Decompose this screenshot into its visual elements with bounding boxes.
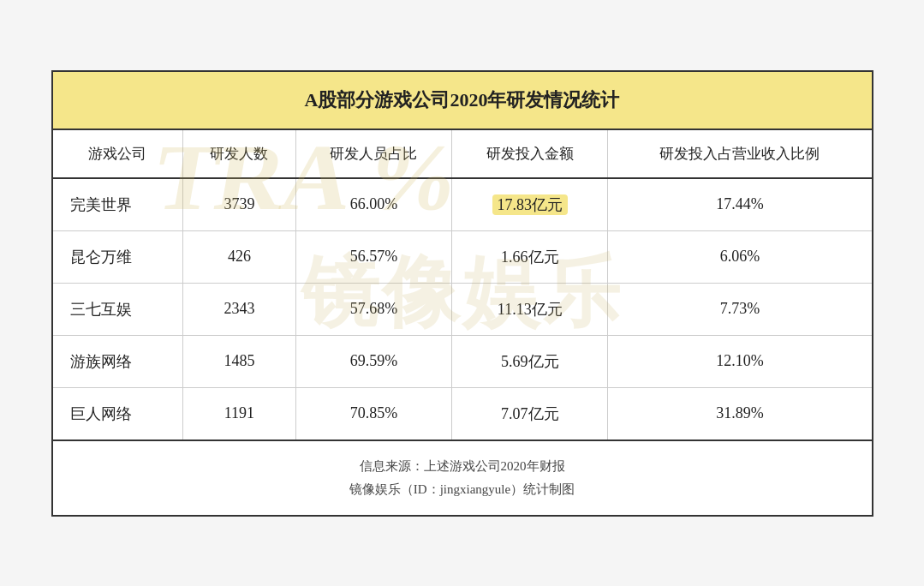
col-header-amount: 研发投入金额 [452, 130, 608, 178]
cell-count: 426 [182, 230, 295, 283]
table-row: 游族网络148569.59%5.69亿元12.10% [53, 335, 872, 387]
footer-line1: 信息来源：上述游戏公司2020年财报 [62, 455, 863, 478]
cell-company: 游族网络 [53, 335, 183, 387]
footer-line2: 镜像娱乐（ID：jingxiangyule）统计制图 [62, 478, 863, 501]
cell-company: 昆仑万维 [53, 230, 183, 283]
cell-revenue-ratio: 17.44% [608, 178, 872, 231]
cell-ratio: 69.59% [295, 335, 451, 387]
cell-amount: 1.66亿元 [452, 230, 608, 283]
footer: 信息来源：上述游戏公司2020年财报 镜像娱乐（ID：jingxiangyule… [53, 441, 872, 515]
cell-amount: 5.69亿元 [452, 335, 608, 387]
cell-revenue-ratio: 7.73% [608, 283, 872, 335]
col-header-revenue-ratio: 研发投入占营业收入比例 [608, 130, 872, 178]
cell-revenue-ratio: 31.89% [608, 387, 872, 440]
cell-revenue-ratio: 12.10% [608, 335, 872, 387]
cell-ratio: 70.85% [295, 387, 451, 440]
cell-count: 2343 [182, 283, 295, 335]
table-title: A股部分游戏公司2020年研发情况统计 [53, 72, 872, 130]
cell-company: 三七互娱 [53, 283, 183, 335]
cell-ratio: 56.57% [295, 230, 451, 283]
cell-count: 1485 [182, 335, 295, 387]
cell-ratio: 57.68% [295, 283, 451, 335]
cell-amount: 17.83亿元 [452, 178, 608, 231]
table-row: 三七互娱234357.68%11.13亿元7.73% [53, 283, 872, 335]
cell-company: 巨人网络 [53, 387, 183, 440]
cell-amount: 11.13亿元 [452, 283, 608, 335]
cell-amount: 7.07亿元 [452, 387, 608, 440]
cell-count: 1191 [182, 387, 295, 440]
watermark-tra: TRA % [146, 123, 468, 232]
table-row: 巨人网络119170.85%7.07亿元31.89% [53, 387, 872, 440]
cell-revenue-ratio: 6.06% [608, 230, 872, 283]
table-row: 昆仑万维42656.57%1.66亿元6.06% [53, 230, 872, 283]
main-card: 镜像娱乐 TRA % A股部分游戏公司2020年研发情况统计 游戏公司 研发人数… [51, 70, 873, 517]
